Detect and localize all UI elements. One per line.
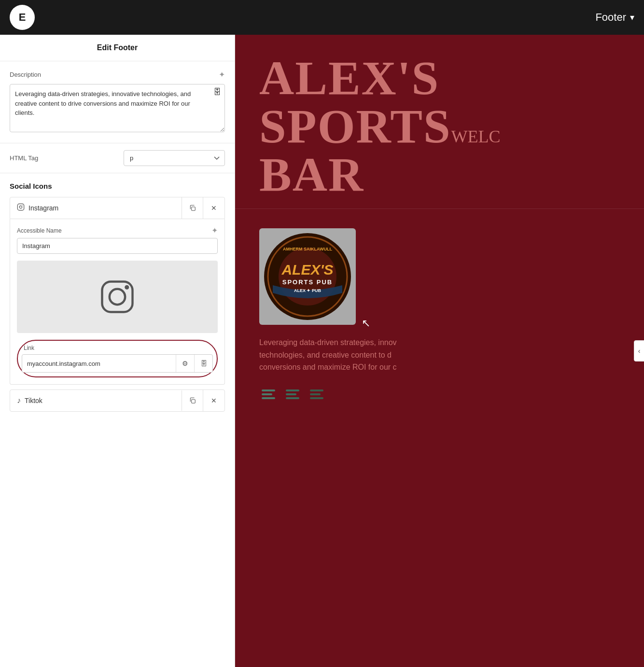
description-label: Description <box>10 71 41 78</box>
html-tag-label: HTML Tag <box>10 154 38 162</box>
instagram-item-header: Instagram ✕ <box>10 197 225 219</box>
instagram-item-main[interactable]: Instagram <box>10 197 182 219</box>
tiktok-duplicate-btn[interactable] <box>182 390 203 411</box>
link-outline: Link ⚙ 🗄 <box>17 340 218 377</box>
pub-logo: AMHERM SAIKLAWULL ALEX'S SPORTS PUB ALEX… <box>259 228 356 325</box>
description-textarea[interactable]: Leveraging data-driven strategies, innov… <box>10 84 225 132</box>
pub-logo-svg: AMHERM SAIKLAWULL ALEX'S SPORTS PUB ALEX… <box>263 232 352 321</box>
description-textarea-wrapper: Leveraging data-driven strategies, innov… <box>10 84 225 134</box>
instagram-expanded: Accessible Name ✦ <box>10 219 225 385</box>
svg-text:ALEX ✦ PUB: ALEX ✦ PUB <box>294 288 321 293</box>
description-section: Description ✦ Leveraging data-driven str… <box>0 61 235 143</box>
svg-text:ALEX'S: ALEX'S <box>281 262 333 278</box>
footer-label: Footer <box>595 11 626 24</box>
top-bar-right: Footer ▾ <box>595 11 634 24</box>
tiktok-item: ♪ Tiktok ✕ <box>10 389 225 412</box>
social-icons-section: Social Icons Instagram <box>0 173 235 420</box>
instagram-large-icon <box>96 275 139 319</box>
accessible-name-ai-icon[interactable]: ✦ <box>211 226 218 235</box>
hero-welcome: WELC <box>451 126 501 147</box>
tiktok-label: Tiktok <box>25 397 42 404</box>
html-tag-row: HTML Tag p div span h1 h2 h3 <box>0 143 235 173</box>
social-icons-preview <box>259 385 620 403</box>
link-label: Link <box>22 345 213 351</box>
left-panel: Edit Footer Description ✦ Leveraging dat… <box>0 35 235 667</box>
tiktok-delete-btn[interactable]: ✕ <box>203 390 224 411</box>
social-preview-hamburger-1 <box>259 385 278 403</box>
instagram-item: Instagram ✕ Accessible Name ✦ <box>10 197 225 385</box>
svg-point-2 <box>22 205 23 206</box>
accessible-name-input[interactable] <box>17 238 218 254</box>
cursor-icon: ↖ <box>362 317 370 330</box>
tiktok-item-main[interactable]: ♪ Tiktok <box>10 390 182 411</box>
main-content: Edit Footer Description ✦ Leveraging dat… <box>0 35 644 667</box>
hero-title-line2: SPORTS <box>259 102 451 151</box>
svg-rect-7 <box>191 400 195 403</box>
preview-top: ALEX'S SPORTS WELC BAR <box>235 35 644 209</box>
social-preview-hamburger-2 <box>283 385 302 403</box>
svg-rect-3 <box>191 207 195 211</box>
instagram-label: Instagram <box>28 204 58 212</box>
top-bar-left: E <box>10 5 35 30</box>
html-tag-select[interactable]: p div span h1 h2 h3 <box>124 150 225 166</box>
link-input-row: ⚙ 🗄 <box>22 354 213 373</box>
ai-sparkle-icon[interactable]: ✦ <box>219 70 225 79</box>
link-input[interactable] <box>22 356 176 371</box>
hero-title-line3: BAR <box>259 148 364 201</box>
hero-title: ALEX'S SPORTS WELC BAR <box>259 54 620 199</box>
hero-title-line1: ALEX'S <box>259 54 439 102</box>
instagram-delete-btn[interactable]: ✕ <box>203 197 224 219</box>
svg-point-5 <box>110 289 125 305</box>
instagram-duplicate-btn[interactable] <box>182 197 203 219</box>
svg-point-1 <box>19 206 22 208</box>
description-label-row: Description ✦ <box>10 70 225 79</box>
instagram-icon-small <box>17 203 25 213</box>
link-database-btn[interactable]: 🗄 <box>194 355 212 372</box>
pub-logo-container: AMHERM SAIKLAWULL ALEX'S SPORTS PUB ALEX… <box>259 228 356 325</box>
link-section: Link ⚙ 🗄 <box>17 340 218 377</box>
chevron-down-icon[interactable]: ▾ <box>630 12 634 23</box>
tiktok-icon-small: ♪ <box>17 396 21 405</box>
right-panel: ‹ ALEX'S SPORTS WELC BAR <box>235 35 644 667</box>
link-settings-btn[interactable]: ⚙ <box>176 355 194 372</box>
collapse-panel-btn[interactable]: ‹ <box>634 340 644 361</box>
preview-bottom: AMHERM SAIKLAWULL ALEX'S SPORTS PUB ALEX… <box>235 209 644 423</box>
social-preview-hamburger-3 <box>308 385 326 403</box>
svg-point-6 <box>125 285 129 290</box>
icon-preview <box>17 261 218 333</box>
database-icon[interactable]: 🗄 <box>213 88 221 97</box>
svg-text:AMHERM SAIKLAWULL: AMHERM SAIKLAWULL <box>283 247 332 251</box>
elementor-logo[interactable]: E <box>10 5 35 30</box>
accessible-name-row: Accessible Name ✦ <box>17 226 218 254</box>
svg-text:SPORTS PUB: SPORTS PUB <box>282 278 333 286</box>
social-icons-header: Social Icons <box>10 182 225 190</box>
accessible-name-label-row: Accessible Name ✦ <box>17 226 218 235</box>
panel-header: Edit Footer <box>0 35 235 61</box>
top-bar: E Footer ▾ <box>0 0 644 35</box>
svg-rect-0 <box>17 204 24 210</box>
preview-description: Leveraging data-driven strategies, innov… <box>259 336 452 374</box>
accessible-name-label: Accessible Name <box>17 227 62 234</box>
